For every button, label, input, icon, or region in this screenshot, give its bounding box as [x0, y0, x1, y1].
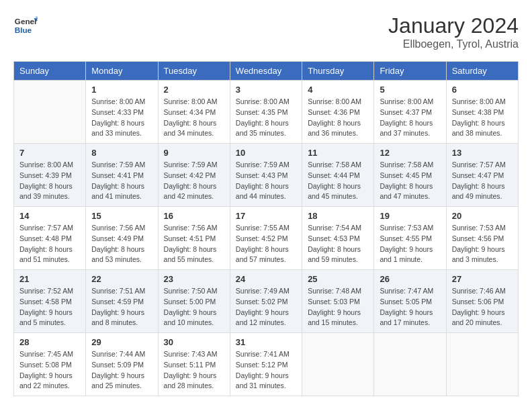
- day-info: Sunrise: 7:54 AMSunset: 4:53 PMDaylight:…: [308, 223, 368, 265]
- calendar-cell: 13Sunrise: 7:57 AMSunset: 4:47 PMDayligh…: [446, 144, 518, 207]
- day-number: 31: [236, 337, 296, 347]
- day-info: Sunrise: 8:00 AMSunset: 4:39 PMDaylight:…: [19, 160, 80, 202]
- calendar-week-row: 28Sunrise: 7:45 AMSunset: 5:08 PMDayligh…: [14, 333, 519, 396]
- day-number: 17: [236, 211, 296, 221]
- day-info: Sunrise: 7:59 AMSunset: 4:41 PMDaylight:…: [91, 160, 152, 202]
- day-number: 29: [91, 337, 152, 347]
- calendar-cell: [446, 333, 518, 396]
- day-number: 6: [452, 85, 513, 95]
- day-number: 16: [164, 211, 224, 221]
- calendar-cell: 26Sunrise: 7:47 AMSunset: 5:05 PMDayligh…: [374, 270, 446, 333]
- day-number: 25: [308, 274, 368, 284]
- day-number: 11: [308, 148, 368, 158]
- day-info: Sunrise: 7:56 AMSunset: 4:49 PMDaylight:…: [91, 223, 152, 265]
- day-number: 20: [452, 211, 513, 221]
- day-number: 1: [91, 85, 152, 95]
- day-number: 3: [236, 85, 296, 95]
- calendar-cell: 30Sunrise: 7:43 AMSunset: 5:11 PMDayligh…: [158, 333, 230, 396]
- calendar-cell: [302, 333, 374, 396]
- day-info: Sunrise: 7:41 AMSunset: 5:12 PMDaylight:…: [236, 349, 296, 392]
- day-number: 13: [452, 148, 513, 158]
- calendar-cell: 10Sunrise: 7:59 AMSunset: 4:43 PMDayligh…: [230, 144, 302, 207]
- calendar-subtitle: Ellboegen, Tyrol, Austria: [388, 38, 519, 50]
- calendar-cell: [14, 81, 86, 144]
- day-info: Sunrise: 7:44 AMSunset: 5:09 PMDaylight:…: [91, 349, 152, 392]
- calendar-cell: 8Sunrise: 7:59 AMSunset: 4:41 PMDaylight…: [86, 144, 158, 207]
- day-number: 30: [164, 337, 224, 347]
- calendar-week-row: 21Sunrise: 7:52 AMSunset: 4:58 PMDayligh…: [14, 270, 519, 333]
- weekday-header: Sunday: [14, 62, 86, 81]
- svg-text:Blue: Blue: [15, 26, 32, 34]
- day-info: Sunrise: 7:50 AMSunset: 5:00 PMDaylight:…: [164, 286, 224, 328]
- day-number: 8: [91, 148, 152, 158]
- day-info: Sunrise: 7:53 AMSunset: 4:56 PMDaylight:…: [452, 223, 513, 265]
- day-number: 19: [380, 211, 440, 221]
- calendar-cell: 12Sunrise: 7:58 AMSunset: 4:45 PMDayligh…: [374, 144, 446, 207]
- logo-icon: General Blue: [13, 13, 38, 38]
- calendar-cell: 2Sunrise: 8:00 AMSunset: 4:34 PMDaylight…: [158, 81, 230, 144]
- calendar-week-row: 7Sunrise: 8:00 AMSunset: 4:39 PMDaylight…: [14, 144, 519, 207]
- day-number: 14: [19, 211, 80, 221]
- calendar-cell: 1Sunrise: 8:00 AMSunset: 4:33 PMDaylight…: [86, 81, 158, 144]
- calendar-cell: 14Sunrise: 7:57 AMSunset: 4:48 PMDayligh…: [14, 207, 86, 270]
- day-info: Sunrise: 8:00 AMSunset: 4:34 PMDaylight:…: [164, 97, 224, 139]
- weekday-header: Saturday: [446, 62, 518, 81]
- calendar-cell: 4Sunrise: 8:00 AMSunset: 4:36 PMDaylight…: [302, 81, 374, 144]
- calendar-cell: 15Sunrise: 7:56 AMSunset: 4:49 PMDayligh…: [86, 207, 158, 270]
- svg-text:General: General: [15, 17, 38, 26]
- day-info: Sunrise: 8:00 AMSunset: 4:36 PMDaylight:…: [308, 97, 368, 139]
- calendar-cell: 29Sunrise: 7:44 AMSunset: 5:09 PMDayligh…: [86, 333, 158, 396]
- day-number: 23: [164, 274, 224, 284]
- day-info: Sunrise: 8:00 AMSunset: 4:37 PMDaylight:…: [380, 97, 440, 139]
- calendar-cell: 20Sunrise: 7:53 AMSunset: 4:56 PMDayligh…: [446, 207, 518, 270]
- calendar-cell: [374, 333, 446, 396]
- calendar-cell: 5Sunrise: 8:00 AMSunset: 4:37 PMDaylight…: [374, 81, 446, 144]
- calendar-table: SundayMondayTuesdayWednesdayThursdayFrid…: [13, 61, 519, 396]
- day-info: Sunrise: 7:59 AMSunset: 4:43 PMDaylight:…: [236, 160, 296, 202]
- day-number: 26: [380, 274, 440, 284]
- calendar-cell: 25Sunrise: 7:48 AMSunset: 5:03 PMDayligh…: [302, 270, 374, 333]
- day-info: Sunrise: 7:46 AMSunset: 5:06 PMDaylight:…: [452, 286, 513, 328]
- title-block: January 2024 Ellboegen, Tyrol, Austria: [388, 13, 519, 50]
- calendar-cell: 28Sunrise: 7:45 AMSunset: 5:08 PMDayligh…: [14, 333, 86, 396]
- day-info: Sunrise: 8:00 AMSunset: 4:35 PMDaylight:…: [236, 97, 296, 139]
- day-info: Sunrise: 7:58 AMSunset: 4:45 PMDaylight:…: [380, 160, 440, 202]
- calendar-cell: 17Sunrise: 7:55 AMSunset: 4:52 PMDayligh…: [230, 207, 302, 270]
- calendar-cell: 24Sunrise: 7:49 AMSunset: 5:02 PMDayligh…: [230, 270, 302, 333]
- calendar-week-row: 14Sunrise: 7:57 AMSunset: 4:48 PMDayligh…: [14, 207, 519, 270]
- day-info: Sunrise: 8:00 AMSunset: 4:33 PMDaylight:…: [91, 97, 152, 139]
- calendar-week-row: 1Sunrise: 8:00 AMSunset: 4:33 PMDaylight…: [14, 81, 519, 144]
- day-number: 18: [308, 211, 368, 221]
- calendar-cell: 22Sunrise: 7:51 AMSunset: 4:59 PMDayligh…: [86, 270, 158, 333]
- weekday-header: Wednesday: [230, 62, 302, 81]
- weekday-header: Thursday: [302, 62, 374, 81]
- day-info: Sunrise: 7:43 AMSunset: 5:11 PMDaylight:…: [164, 349, 224, 392]
- weekday-header: Friday: [374, 62, 446, 81]
- day-info: Sunrise: 7:45 AMSunset: 5:08 PMDaylight:…: [19, 349, 80, 392]
- calendar-cell: 16Sunrise: 7:56 AMSunset: 4:51 PMDayligh…: [158, 207, 230, 270]
- day-number: 15: [91, 211, 152, 221]
- day-number: 24: [236, 274, 296, 284]
- day-number: 21: [19, 274, 80, 284]
- day-info: Sunrise: 7:55 AMSunset: 4:52 PMDaylight:…: [236, 223, 296, 265]
- calendar-cell: 11Sunrise: 7:58 AMSunset: 4:44 PMDayligh…: [302, 144, 374, 207]
- day-number: 9: [164, 148, 224, 158]
- day-info: Sunrise: 7:56 AMSunset: 4:51 PMDaylight:…: [164, 223, 224, 265]
- day-info: Sunrise: 7:57 AMSunset: 4:48 PMDaylight:…: [19, 223, 80, 265]
- calendar-cell: 7Sunrise: 8:00 AMSunset: 4:39 PMDaylight…: [14, 144, 86, 207]
- calendar-cell: 31Sunrise: 7:41 AMSunset: 5:12 PMDayligh…: [230, 333, 302, 396]
- calendar-cell: 18Sunrise: 7:54 AMSunset: 4:53 PMDayligh…: [302, 207, 374, 270]
- day-number: 2: [164, 85, 224, 95]
- day-number: 28: [19, 337, 80, 347]
- day-info: Sunrise: 7:48 AMSunset: 5:03 PMDaylight:…: [308, 286, 368, 328]
- calendar-cell: 9Sunrise: 7:59 AMSunset: 4:42 PMDaylight…: [158, 144, 230, 207]
- day-info: Sunrise: 8:00 AMSunset: 4:38 PMDaylight:…: [452, 97, 513, 139]
- day-number: 27: [452, 274, 513, 284]
- calendar-cell: 23Sunrise: 7:50 AMSunset: 5:00 PMDayligh…: [158, 270, 230, 333]
- day-info: Sunrise: 7:51 AMSunset: 4:59 PMDaylight:…: [91, 286, 152, 328]
- day-info: Sunrise: 7:57 AMSunset: 4:47 PMDaylight:…: [452, 160, 513, 202]
- calendar-cell: 6Sunrise: 8:00 AMSunset: 4:38 PMDaylight…: [446, 81, 518, 144]
- day-info: Sunrise: 7:53 AMSunset: 4:55 PMDaylight:…: [380, 223, 440, 265]
- day-info: Sunrise: 7:59 AMSunset: 4:42 PMDaylight:…: [164, 160, 224, 202]
- page-header: General Blue January 2024 Ellboegen, Tyr…: [13, 13, 519, 50]
